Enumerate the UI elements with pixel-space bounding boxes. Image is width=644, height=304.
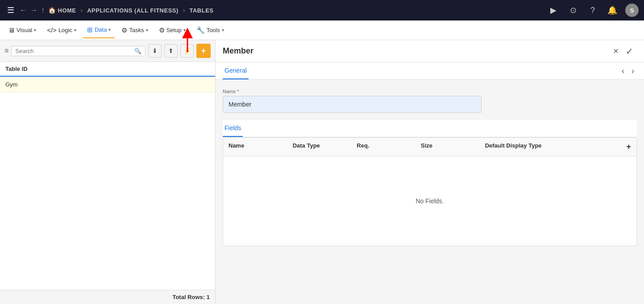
download-button[interactable]: ⬇ xyxy=(148,44,162,58)
fields-table-header: Name Data Type Req. Size Default Display… xyxy=(223,138,636,156)
nav-prev-button[interactable]: ‹ xyxy=(619,62,627,79)
tab-fields[interactable]: Fields xyxy=(223,120,243,137)
menu-bar: 🖥 Visual ▾ </> Logic ▾ ⊞ Data ▾ ⚙ Tasks … xyxy=(0,21,644,40)
row-gym: Gym xyxy=(5,81,17,88)
menu-tasks-label: Tasks xyxy=(129,27,144,33)
table-row[interactable]: Gym xyxy=(0,77,215,93)
up-button[interactable]: ↑ xyxy=(41,6,45,14)
home-icon: 🏠 xyxy=(48,7,56,14)
col-name: Name xyxy=(229,142,293,152)
search-icon: 🔍 xyxy=(134,48,141,54)
home-label: HOME xyxy=(58,7,76,14)
main-area: ≡ 🔍 ⬇ ⬆ ⚡ + Table ID Gym xyxy=(0,40,644,304)
fields-table-body: No Fields. xyxy=(223,156,636,246)
panel-close-button[interactable]: × xyxy=(610,44,622,58)
logic-caret: ▾ xyxy=(74,28,76,33)
col-size: Size xyxy=(421,142,485,152)
bell-icon[interactable]: 🔔 xyxy=(606,4,619,17)
tables-breadcrumb[interactable]: TABLES xyxy=(189,7,213,14)
menu-visual-label: Visual xyxy=(17,27,32,33)
no-fields-message: No Fields. xyxy=(415,197,444,205)
nav-next-button[interactable]: › xyxy=(629,62,637,79)
upload-button[interactable]: ⬆ xyxy=(164,44,178,58)
forward-button[interactable]: → xyxy=(30,6,37,14)
lightning-button[interactable]: ⚡ xyxy=(180,44,194,58)
applications-breadcrumb[interactable]: APPLICATIONS (ALL FITNESS) xyxy=(87,7,179,14)
setup-caret: ▾ xyxy=(183,28,186,33)
avatar[interactable]: S xyxy=(625,4,639,17)
menu-visual[interactable]: 🖥 Visual ▾ xyxy=(4,22,41,38)
name-form-group: Name * xyxy=(223,89,637,113)
home-breadcrumb[interactable]: 🏠 HOME xyxy=(48,7,76,14)
panel-header: Member × ✓ xyxy=(216,40,644,62)
search-input[interactable] xyxy=(15,48,133,54)
play-button[interactable]: ▶ xyxy=(547,4,560,17)
add-table-button[interactable]: + xyxy=(196,44,211,58)
menu-tools-label: Tools xyxy=(207,27,220,33)
panel-tabs: General ‹ › xyxy=(216,62,644,80)
menu-logic[interactable]: </> Logic ▾ xyxy=(42,22,81,38)
visual-caret: ▾ xyxy=(34,28,36,33)
filter-icon[interactable]: ≡ xyxy=(4,47,8,55)
help-button[interactable]: ? xyxy=(586,4,599,17)
toolbar: ≡ 🔍 ⬇ ⬆ ⚡ + xyxy=(0,40,215,62)
menu-setup[interactable]: ⚙ Setup ▾ xyxy=(154,22,190,38)
menu-tasks[interactable]: ⚙ Tasks ▾ xyxy=(117,22,152,38)
data-caret: ▾ xyxy=(108,27,111,32)
table-header: Table ID xyxy=(0,62,215,77)
table-id-col-header: Table ID xyxy=(5,66,28,72)
left-panel: ≡ 🔍 ⬇ ⬆ ⚡ + Table ID Gym xyxy=(0,40,216,304)
nav-left: ☰ ← → ↑ 🏠 HOME › APPLICATIONS (ALL FITNE… xyxy=(5,4,543,17)
tab-general[interactable]: General xyxy=(223,62,249,79)
tools-icon: 🔧 xyxy=(196,26,205,34)
setup-icon: ⚙ xyxy=(159,26,165,34)
name-label: Name * xyxy=(223,89,637,94)
col-req: Req. xyxy=(357,142,421,152)
col-datatype: Data Type xyxy=(293,142,357,152)
menu-tools[interactable]: 🔧 Tools ▾ xyxy=(192,22,229,38)
data-icon: ⊞ xyxy=(87,26,93,34)
fields-section: Fields Name Data Type Req. Size Default … xyxy=(223,120,637,246)
panel-title: Member xyxy=(223,46,610,56)
panel-content: Name * Fields Name Data Type Req. Size D… xyxy=(216,80,644,304)
breadcrumb-sep-2: › xyxy=(183,7,185,14)
menu-logic-label: Logic xyxy=(58,27,72,33)
visual-icon: 🖥 xyxy=(8,26,15,34)
hamburger-icon[interactable]: ☰ xyxy=(5,4,16,17)
panel-check-button[interactable]: ✓ xyxy=(622,44,637,58)
breadcrumb-sep-1: › xyxy=(81,7,83,14)
fields-tabs: Fields xyxy=(223,120,637,137)
tools-caret: ▾ xyxy=(222,28,224,33)
col-display-type: Default Display Type xyxy=(485,142,613,152)
nav-right: ▶ ⊙ ? 🔔 S xyxy=(547,4,639,17)
search-button[interactable]: ⊙ xyxy=(566,4,580,17)
name-input[interactable] xyxy=(223,96,482,113)
menu-data-label: Data xyxy=(95,26,107,33)
menu-setup-label: Setup xyxy=(166,27,182,33)
panel-nav: ‹ › xyxy=(619,62,637,79)
top-nav: ☰ ← → ↑ 🏠 HOME › APPLICATIONS (ALL FITNE… xyxy=(0,0,644,21)
table-body: Gym xyxy=(0,77,215,290)
add-field-button[interactable]: + xyxy=(613,142,631,152)
tasks-icon: ⚙ xyxy=(121,26,127,34)
search-box[interactable]: 🔍 xyxy=(11,46,145,56)
fields-table: Name Data Type Req. Size Default Display… xyxy=(223,137,637,246)
menu-data[interactable]: ⊞ Data ▾ xyxy=(83,22,115,38)
tasks-caret: ▾ xyxy=(146,28,148,33)
total-rows: Total Rows: 1 xyxy=(0,290,215,304)
right-panel: Member × ✓ General ‹ › Name * Fields xyxy=(216,40,644,304)
back-button[interactable]: ← xyxy=(20,6,27,14)
logic-icon: </> xyxy=(47,26,57,34)
